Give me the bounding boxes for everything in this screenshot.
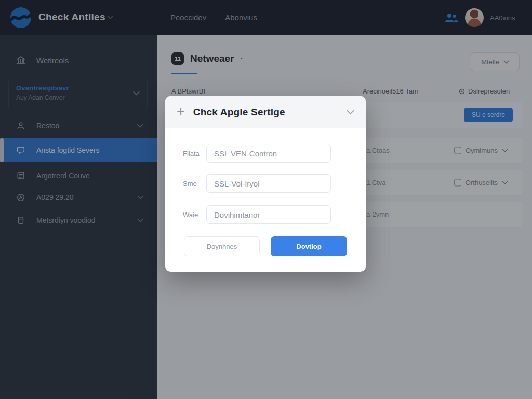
cancel-button[interactable]: Doynhnes bbox=[184, 236, 260, 256]
dialog-chevron-down-icon[interactable] bbox=[347, 110, 354, 115]
form-field: Sme bbox=[183, 174, 206, 193]
field-input-1[interactable] bbox=[206, 174, 331, 193]
field-label: Sme bbox=[183, 180, 206, 188]
dialog-header: + Chck Apgie Sertige bbox=[165, 96, 366, 128]
field-input-0[interactable] bbox=[206, 144, 331, 163]
form-field: Waie bbox=[183, 205, 206, 224]
app-window: Check Antlies Peoccidev Abonvius AA0ions… bbox=[0, 0, 532, 399]
dialog: + Chck Apgie Sertige Fliata Sme Waie Doy… bbox=[165, 96, 366, 272]
form-field: Fliata bbox=[183, 144, 206, 163]
field-input-2[interactable] bbox=[206, 205, 331, 224]
dialog-title: Chck Apgie Sertige bbox=[193, 107, 285, 118]
plus-icon: + bbox=[177, 104, 185, 118]
confirm-button[interactable]: Dovtlop bbox=[271, 236, 347, 256]
field-label: Waie bbox=[183, 211, 206, 219]
field-label: Fliata bbox=[183, 150, 206, 157]
